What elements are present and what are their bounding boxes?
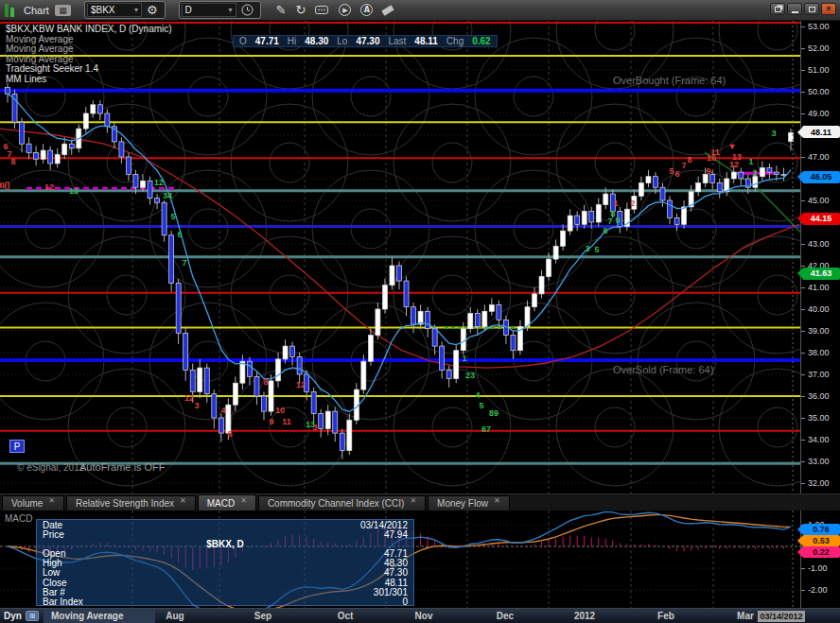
- interval-combo-group: D ▾: [179, 1, 261, 19]
- axis-tick-label: 41.00: [808, 283, 830, 292]
- chevron-down-icon[interactable]: ▾: [229, 6, 233, 14]
- axis-tick-label: 35.00: [808, 413, 830, 423]
- redo-arrow-icon[interactable]: ↻: [295, 3, 306, 17]
- svg-text:6: 6: [177, 230, 182, 239]
- tab-cci[interactable]: Commodity Channel Index (CCI)✕: [258, 495, 426, 511]
- a-circle-icon[interactable]: A: [360, 4, 373, 16]
- svg-text:OverSold (Frame: 64): OverSold (Frame: 64): [613, 364, 713, 375]
- close-icon[interactable]: ✕: [240, 496, 247, 505]
- axis-tick: [801, 461, 805, 462]
- tab-money-flow[interactable]: Money Flow✕: [428, 495, 510, 511]
- callout-icon[interactable]: [315, 5, 329, 16]
- macd-value-tag: 0.22: [802, 546, 840, 558]
- chart-title: $BKX,KBW BANK INDEX, D (Dynamic): [6, 25, 172, 35]
- axis-tick-label: 34.00: [808, 435, 830, 444]
- axis-tick-label: -1.00: [808, 563, 828, 573]
- svg-text:1: 1: [748, 157, 753, 166]
- svg-text:13: 13: [732, 152, 742, 162]
- restore-icon[interactable]: [770, 3, 785, 15]
- axis-tick: [801, 157, 805, 158]
- clock-icon[interactable]: [241, 4, 254, 16]
- macd-value-tag: 0.53: [802, 535, 840, 546]
- svg-text:1: 1: [613, 199, 618, 208]
- close-icon[interactable]: ✕: [410, 496, 416, 505]
- svg-text:3: 3: [771, 129, 776, 138]
- low-label: Lo: [337, 36, 347, 46]
- axis-tick: [801, 70, 805, 71]
- axis-tick: [801, 418, 805, 419]
- chart-type-badge[interactable]: ▦: [55, 5, 71, 16]
- overlay-label: MM Lines: [6, 75, 172, 85]
- svg-text:4: 4: [220, 406, 225, 415]
- time-axis-label: Nov: [415, 611, 433, 621]
- time-axis-label: Aug: [166, 611, 184, 621]
- svg-text:▼: ▼: [728, 142, 737, 151]
- close-icon[interactable]: ✕: [48, 496, 55, 505]
- axis-tick: [801, 48, 805, 49]
- svg-text:12: 12: [44, 182, 54, 192]
- svg-text:HI(): HI(): [0, 181, 10, 190]
- svg-text:89: 89: [489, 408, 499, 418]
- svg-text:13: 13: [69, 186, 79, 196]
- p-button[interactable]: P: [9, 440, 25, 453]
- window-title: Chart: [24, 5, 49, 16]
- axis-tick-label: 47.00: [808, 152, 830, 162]
- svg-text:11: 11: [282, 417, 291, 426]
- axis-tick: [801, 331, 805, 332]
- dw-label: Price: [43, 530, 64, 540]
- axis-tick: [801, 200, 805, 201]
- tab-macd[interactable]: MACD✕: [198, 494, 256, 511]
- close-icon[interactable]: ✕: [494, 496, 500, 505]
- svg-text:10: 10: [275, 406, 285, 415]
- tab-volume[interactable]: Volume✕: [2, 495, 64, 511]
- svg-text:12: 12: [154, 178, 164, 187]
- svg-text:8: 8: [687, 155, 691, 164]
- interval-input[interactable]: D ▾: [182, 3, 236, 17]
- axis-tick-label: 50.00: [808, 87, 830, 96]
- macd-axis[interactable]: 1.000.00-1.00-2.000.760.530.22: [800, 511, 840, 608]
- low-value: 47.30: [356, 36, 379, 46]
- axis-tick: [801, 287, 805, 288]
- svg-text:1: 1: [462, 354, 466, 363]
- axis-tick-label: 37.00: [808, 370, 830, 379]
- svg-text:6: 6: [674, 169, 679, 179]
- chevron-down-icon[interactable]: ▾: [134, 6, 138, 14]
- play-circle-icon[interactable]: ▶: [339, 4, 351, 16]
- open-label: O: [239, 36, 247, 46]
- svg-text:3: 3: [585, 244, 589, 253]
- time-axis-label: Sep: [254, 611, 271, 621]
- autoframe-status: AutoFrame is OFF: [79, 461, 165, 473]
- last-label: Last: [388, 36, 406, 46]
- minimize-icon[interactable]: [787, 3, 802, 15]
- axis-tick: [801, 353, 805, 354]
- link-icon[interactable]: ⊞: [26, 611, 39, 621]
- price-tag: 46.05: [802, 171, 840, 183]
- axis-tick-label: 52.00: [808, 43, 830, 53]
- pencil-icon[interactable]: ✎: [276, 3, 287, 17]
- price-pane[interactable]: OverBought (Frame: 64)OverSold (Frame: 6…: [0, 21, 840, 493]
- symbol-value: $BKX: [91, 5, 115, 15]
- toolbar: Chart ▦ $BKX ▾ ⚙ D ▾ ✎ ↻ ▶ A: [0, 0, 840, 21]
- tab-rsi[interactable]: Relative Strength Index✕: [66, 495, 196, 511]
- price-chart-canvas[interactable]: OverBought (Frame: 64)OverSold (Frame: 6…: [0, 21, 800, 493]
- close-icon[interactable]: ✕: [180, 496, 186, 505]
- svg-text:9: 9: [269, 417, 273, 426]
- high-value: 48.30: [305, 36, 328, 46]
- price-axis[interactable]: 32.0033.0034.0035.0036.0037.0038.0039.00…: [800, 21, 840, 493]
- gear-icon[interactable]: ⚙: [147, 3, 158, 17]
- axis-tick: [801, 113, 805, 114]
- axis-tick-label: 43.00: [808, 239, 830, 249]
- close-icon[interactable]: ×: [821, 3, 836, 15]
- maximize-icon[interactable]: [804, 3, 819, 15]
- axis-tick-label: 36.00: [808, 391, 830, 401]
- axis-tick: [801, 266, 805, 267]
- axis-tick: [801, 568, 805, 569]
- axis-tick-label: 32.00: [808, 478, 830, 488]
- svg-text:9: 9: [615, 216, 620, 225]
- axis-tick: [801, 396, 805, 397]
- svg-text:5: 5: [479, 401, 483, 410]
- eraser-icon[interactable]: [382, 8, 394, 13]
- axis-tick: [801, 374, 805, 375]
- time-axis-label: Dec: [497, 611, 514, 621]
- symbol-input[interactable]: $BKX ▾: [87, 3, 142, 17]
